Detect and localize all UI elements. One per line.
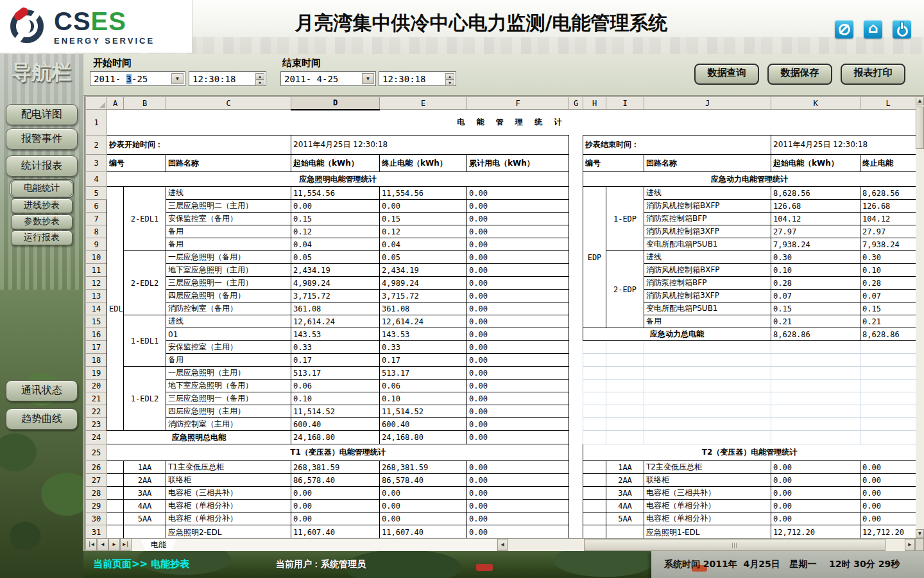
sheet-cell[interactable]: 0.21 (771, 315, 860, 328)
sheet-cell[interactable]: 消防控制室（备用） (166, 302, 291, 315)
sheet-cell[interactable] (569, 444, 583, 461)
home-icon[interactable]: ⌂ (864, 20, 882, 39)
sheet-cell[interactable] (569, 238, 583, 251)
sheet-cell[interactable]: 0.00 (467, 525, 569, 539)
sheet-cell[interactable]: 2011年4月25日 12:30:18 (291, 136, 569, 155)
prev-sheet-button[interactable]: ◀ (97, 538, 108, 551)
sheet-cell[interactable]: 3,715.72 (380, 290, 467, 302)
row-header-24[interactable]: 24 (86, 431, 107, 444)
row-header-6[interactable]: 6 (86, 200, 107, 213)
sheet-cell[interactable]: 0.00 (380, 487, 467, 500)
sheet-cell[interactable]: 0.12 (291, 225, 380, 238)
sheet-tab-energy[interactable]: 电能 (141, 539, 176, 551)
column-header-L[interactable]: L (860, 97, 916, 110)
sheet-cell[interactable]: 0.30 (860, 251, 916, 264)
sheet-cell[interactable]: 7,938.24 (860, 238, 916, 251)
sheet-cell[interactable]: T1主变低压总柜 (166, 461, 291, 474)
sheet-cell[interactable]: 0.00 (467, 487, 569, 500)
sheet-cell[interactable] (107, 512, 124, 525)
sheet-cell[interactable]: 抄表结束时间： (583, 136, 771, 155)
column-header-H[interactable]: H (583, 97, 606, 110)
block-icon[interactable] (835, 20, 853, 39)
sheet-cell[interactable]: 0.00 (291, 512, 380, 525)
row-header-3[interactable]: 3 (86, 155, 107, 172)
power-icon[interactable] (893, 20, 911, 39)
sheet-cell[interactable]: 143.53 (291, 328, 380, 341)
sheet-cell[interactable]: 4,989.24 (291, 277, 380, 290)
sheet-cell[interactable]: 回路名称 (644, 155, 771, 172)
sheet-cell[interactable]: 一层应急照明（备用） (166, 251, 291, 264)
sheet-cell[interactable] (569, 187, 583, 200)
sheet-cell[interactable]: 0.00 (467, 431, 569, 444)
sheet-cell[interactable]: 0.00 (467, 290, 569, 302)
row-header-8[interactable]: 8 (86, 225, 107, 238)
sheet-cell[interactable]: 0.00 (467, 328, 569, 341)
sheet-cell[interactable]: 电 能 管 理 统 计 (107, 110, 916, 136)
sheet-cell[interactable]: 地下室应急照明（备用） (166, 380, 291, 392)
row-header-1[interactable]: 1 (86, 110, 107, 136)
sheet-cell[interactable]: 11,554.56 (380, 187, 467, 200)
sheet-cell[interactable]: 0.00 (380, 512, 467, 525)
sheet-cell[interactable]: 0.33 (291, 341, 380, 354)
sheet-cell[interactable]: 0.00 (467, 367, 569, 380)
sheet-cell[interactable]: 1AA (124, 461, 166, 474)
column-header-E[interactable]: E (380, 97, 467, 110)
sheet-cell[interactable]: 0.00 (467, 315, 569, 328)
sheet-cell[interactable] (569, 290, 583, 302)
sheet-cell[interactable]: 2-EDL1 (124, 187, 166, 251)
sheet-cell[interactable] (644, 354, 771, 367)
sheet-cell[interactable]: 0.21 (860, 315, 916, 328)
sheet-cell[interactable] (107, 525, 124, 539)
start-time-input[interactable]: 12:30:18 ▲▼ (189, 71, 266, 86)
sheet-cell[interactable]: 应急照明总电能 (107, 431, 291, 444)
sheet-cell[interactable]: 电容柜（单相分补） (644, 512, 771, 525)
sheet-cell[interactable] (860, 354, 916, 367)
sheet-cell[interactable] (583, 380, 606, 392)
sheet-cell[interactable]: 联络柜 (644, 474, 771, 487)
sheet-cell[interactable]: T2（变压器）电能管理统计 (583, 444, 916, 461)
sheet-cell[interactable] (583, 487, 606, 500)
data-save-button[interactable]: 数据保存 (767, 64, 832, 85)
sheet-cell[interactable]: EDP (583, 187, 606, 328)
sheet-cell[interactable]: 0.00 (467, 251, 569, 264)
sheet-cell[interactable]: 0.00 (467, 277, 569, 290)
sheet-cell[interactable]: 0.00 (771, 500, 860, 512)
sheet-cell[interactable]: 应急动力总电能 (583, 328, 771, 341)
row-header-2[interactable]: 2 (86, 136, 107, 155)
sheet-cell[interactable]: 三层应急照明二（主用） (166, 200, 291, 213)
sheet-cell[interactable]: 起始电能（kWh） (291, 155, 380, 172)
sheet-cell[interactable] (569, 341, 583, 354)
row-header-19[interactable]: 19 (86, 367, 107, 380)
scroll-right-button[interactable]: ▶ (905, 539, 915, 551)
sheet-cell[interactable] (569, 380, 583, 392)
sheet-cell[interactable]: 0.00 (771, 512, 860, 525)
sheet-cell[interactable]: 抄表开始时间： (107, 136, 291, 155)
sheet-cell[interactable]: 消防泵控制箱BFP (644, 277, 771, 290)
sheet-cell[interactable]: 5AA (606, 512, 644, 525)
sheet-cell[interactable]: 消防风机控制箱BXFP (644, 264, 771, 277)
row-header-30[interactable]: 30 (86, 512, 107, 525)
sheet-cell[interactable]: 12,712.20 (771, 525, 860, 539)
sheet-cell[interactable] (583, 431, 606, 444)
row-header-13[interactable]: 13 (86, 290, 107, 302)
sheet-cell[interactable]: 0.00 (467, 405, 569, 418)
sheet-cell[interactable]: 消防控制室（主用） (166, 418, 291, 431)
sheet-cell[interactable]: 三层应急照明一（备用） (166, 392, 291, 405)
start-time-spinner[interactable]: ▲▼ (255, 73, 264, 84)
end-time-spinner[interactable]: ▲▼ (445, 73, 454, 84)
sheet-cell[interactable] (569, 525, 583, 539)
row-header-16[interactable]: 16 (86, 328, 107, 341)
sheet-cell[interactable] (606, 367, 644, 380)
sheet-cell[interactable]: 0.07 (771, 290, 860, 302)
sheet-cell[interactable]: 4AA (606, 500, 644, 512)
sheet-cell[interactable]: 0.10 (771, 264, 860, 277)
sheet-cell[interactable]: 0.00 (467, 341, 569, 354)
sheet-cell[interactable] (860, 367, 916, 380)
sheet-cell[interactable]: 0.33 (380, 341, 467, 354)
sheet-cell[interactable]: 0.00 (467, 213, 569, 225)
sheet-cell[interactable]: 累计用电（kWh） (467, 155, 569, 172)
sheet-cell[interactable]: 0.00 (860, 487, 916, 500)
sheet-cell[interactable] (644, 367, 771, 380)
end-time-input[interactable]: 12:30:18 ▲▼ (379, 71, 456, 86)
sheet-cell[interactable]: 143.53 (380, 328, 467, 341)
